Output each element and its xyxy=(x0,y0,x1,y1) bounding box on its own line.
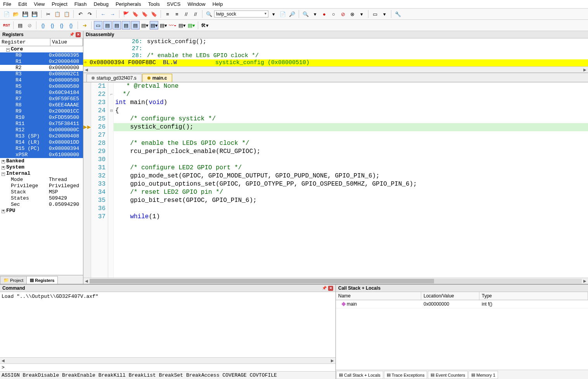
disasm-scrollbar[interactable]: ◀▶ xyxy=(83,66,588,73)
nav-back-icon[interactable]: ← xyxy=(99,10,107,18)
fold-gutter[interactable] xyxy=(108,188,113,196)
debug-lens-icon[interactable]: 🔍 xyxy=(301,10,310,18)
register-row[interactable]: R10x20000408 xyxy=(0,59,83,65)
code-line[interactable]: */ xyxy=(114,90,588,99)
register-group-internal[interactable]: −Internal xyxy=(0,170,83,177)
step-in-icon[interactable]: {} xyxy=(39,21,47,30)
combo-dropdown-icon[interactable]: ▾ xyxy=(269,10,278,18)
register-row[interactable]: R100xFDD59500 xyxy=(0,115,83,121)
register-row[interactable]: R110x75F38411 xyxy=(0,121,83,127)
bookmark-prev-icon[interactable]: 🔖 xyxy=(131,10,140,18)
indent-icon[interactable]: ≡ xyxy=(163,10,172,18)
register-group-fpu[interactable]: +FPU xyxy=(0,208,83,214)
menu-debug[interactable]: Debug xyxy=(94,1,109,7)
code-line[interactable]: while(1) xyxy=(114,213,588,221)
watch-window-icon[interactable]: ▤▾ xyxy=(140,21,149,30)
breakpoint-gutter[interactable] xyxy=(83,99,91,107)
fold-gutter[interactable]: ⊟ xyxy=(108,107,113,115)
command-scrollbar[interactable]: ◀▶ xyxy=(0,357,336,363)
breakpoint-gutter[interactable] xyxy=(83,131,91,139)
register-row[interactable]: R80x6EE4AAAE xyxy=(0,102,83,108)
fold-gutter[interactable] xyxy=(108,131,113,139)
stop-icon[interactable]: ⊘ xyxy=(25,21,34,30)
register-row[interactable]: Sec0.05094290 xyxy=(0,202,83,208)
locals-row[interactable]: main0x00000000int f() xyxy=(336,300,588,308)
memory-window-icon[interactable]: ▤▾ xyxy=(150,21,158,30)
register-group-core[interactable]: −Core xyxy=(0,46,83,52)
menu-file[interactable]: File xyxy=(3,1,11,7)
run-to-cursor-icon[interactable]: {} xyxy=(67,21,75,30)
register-group[interactable]: +Banked xyxy=(0,158,83,164)
bp-insert-icon[interactable]: ● xyxy=(320,10,329,18)
breakpoint-gutter[interactable] xyxy=(83,180,91,188)
register-row[interactable]: R120x0000000C xyxy=(0,127,83,133)
register-row[interactable]: R00x08000395 xyxy=(0,52,83,59)
fold-gutter[interactable]: ⌐ xyxy=(108,90,113,99)
code-line[interactable]: gpio_mode_set(GPIOC, GPIO_MODE_OUTPUT, G… xyxy=(114,172,588,180)
file-tab[interactable]: startup_gd32f407.s xyxy=(86,74,142,82)
outdent-icon[interactable]: ≡ xyxy=(173,10,181,18)
register-row[interactable]: R70x9F59F6E5 xyxy=(0,96,83,102)
breakpoint-gutter[interactable] xyxy=(83,148,91,156)
locals-tab[interactable]: ▤Trace Exceptions xyxy=(384,371,427,379)
bookmark-flag-icon[interactable]: 🚩 xyxy=(122,10,130,18)
breakpoint-gutter[interactable] xyxy=(83,164,91,172)
window-icon[interactable]: ▭ xyxy=(371,10,379,18)
code-line[interactable]: /* enable the LEDs GPIO clock */ xyxy=(114,139,588,148)
disasm-window-icon[interactable]: ▤ xyxy=(103,21,112,30)
locals-tab[interactable]: ▤Call Stack + Locals xyxy=(336,371,383,379)
editor-scrollbar[interactable]: ◀▶ xyxy=(83,278,588,284)
step-out-icon[interactable]: {} xyxy=(57,21,66,30)
find-in-files-icon[interactable]: 🔍 xyxy=(205,10,213,18)
menu-help[interactable]: Help xyxy=(213,1,223,7)
menu-project[interactable]: Project xyxy=(52,1,67,7)
register-row[interactable]: StackMSP xyxy=(0,189,83,195)
register-row[interactable]: R20x00000000 xyxy=(0,65,83,71)
run-icon[interactable]: ▤ xyxy=(16,21,24,30)
trace-window-icon[interactable]: ▤▾ xyxy=(178,21,186,30)
register-row[interactable]: R15 (PC)0x08000394 xyxy=(0,146,83,152)
register-row[interactable]: PrivilegePrivileged xyxy=(0,183,83,189)
save-all-icon[interactable]: 💾 xyxy=(30,10,39,18)
code-line[interactable]: int main(void) xyxy=(114,99,588,107)
breakpoint-gutter[interactable] xyxy=(83,115,91,123)
fold-gutter[interactable] xyxy=(108,148,113,156)
toolbox-icon[interactable]: 🛠▾ xyxy=(201,21,209,30)
register-row[interactable]: R40x08000580 xyxy=(0,77,83,83)
disasm-line[interactable]: 28:/* enable the LEDs GPIO clock */ xyxy=(83,52,588,59)
reset-icon[interactable]: RST xyxy=(2,21,11,30)
fold-gutter[interactable] xyxy=(108,115,113,123)
disasm-line[interactable]: 27: xyxy=(83,45,588,52)
register-row[interactable]: R13 (SP)0x20000408 xyxy=(0,133,83,139)
close-icon[interactable]: ✕ xyxy=(76,32,81,37)
fold-gutter[interactable] xyxy=(108,123,113,131)
pin-icon[interactable]: 📌 xyxy=(69,32,74,37)
undo-icon[interactable]: ↶ xyxy=(76,10,85,18)
locals-tab[interactable]: ▤Event Counters xyxy=(428,371,468,379)
tab-registers[interactable]: ▤ Registers xyxy=(26,276,58,284)
breakpoint-gutter[interactable] xyxy=(83,139,91,148)
registers-window-icon[interactable]: ▤ xyxy=(122,21,130,30)
tab-project[interactable]: 📁 Project xyxy=(0,276,27,284)
code-line[interactable]: systick_config(); xyxy=(114,123,588,131)
breakpoint-gutter[interactable] xyxy=(83,213,91,221)
breakpoint-gutter[interactable] xyxy=(83,196,91,205)
uncomment-icon[interactable]: // xyxy=(191,10,200,18)
menu-tools[interactable]: Tools xyxy=(148,1,160,7)
nav-fwd-icon[interactable]: → xyxy=(108,10,117,18)
disasm-current-line[interactable]: ➔0x08000394 F000F8BC BL.W systick_config… xyxy=(83,59,588,66)
doc-icon[interactable]: 📄 xyxy=(278,10,287,18)
command-output[interactable]: Load "..\\Output\\GD32F407V.axf" xyxy=(0,292,336,357)
bookmark-next-icon[interactable]: 🔖 xyxy=(140,10,149,18)
bp-disable-icon[interactable]: ○ xyxy=(329,10,338,18)
paste-icon[interactable]: 📋 xyxy=(62,10,71,18)
menu-peripherals[interactable]: Peripherals xyxy=(116,1,141,7)
search-icon[interactable]: 🔎 xyxy=(288,10,296,18)
breakpoint-gutter[interactable] xyxy=(83,172,91,180)
registers-tree[interactable]: −CoreR00x08000395R10x20000408R20x0000000… xyxy=(0,46,83,275)
code-line[interactable] xyxy=(114,205,588,213)
save-icon[interactable]: 💾 xyxy=(21,10,29,18)
menu-window[interactable]: Window xyxy=(187,1,205,7)
code-line[interactable]: * @retval None xyxy=(114,82,588,90)
code-line[interactable] xyxy=(114,131,588,139)
